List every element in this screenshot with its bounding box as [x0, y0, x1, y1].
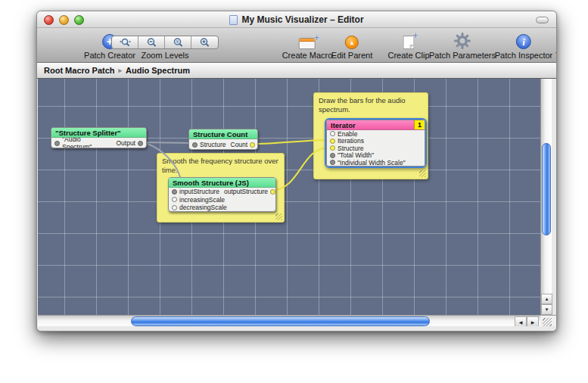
scroll-down-button[interactable]: ▼ [541, 304, 552, 315]
patch-parameters-button[interactable]: Patch Parameters [429, 29, 496, 62]
wire-splitter-to-count[interactable] [142, 142, 194, 143]
output-port[interactable] [270, 189, 275, 195]
node-smooth-structure[interactable]: Smooth Structure (JS) inputStructure out… [168, 177, 276, 212]
zoom-actual-size-icon [120, 37, 131, 48]
input-port[interactable] [172, 205, 177, 210]
zoom-actual-size-button[interactable] [112, 36, 138, 48]
input-port[interactable] [54, 141, 60, 146]
note-smooth-text: Smooth the frequency structure over time… [162, 157, 278, 174]
wires-layer [38, 79, 540, 315]
node-structure-splitter[interactable]: "Structure Splitter" "Audio Spectrum" Ou… [51, 127, 147, 148]
port-label: "Individual Width Scale" [338, 159, 406, 167]
edit-parent-button[interactable]: ▲ Edit Parent [331, 29, 372, 62]
window-title: My Music Visualizer – Editor [241, 14, 363, 25]
port-label: Iterations [338, 137, 364, 145]
node-header[interactable]: "Structure Splitter" [51, 128, 146, 138]
note-iterator-text: Draw the bars for the audio spectrum. [319, 96, 406, 114]
output-port[interactable] [250, 142, 255, 148]
breadcrumb-current[interactable]: Audio Spectrum [126, 66, 190, 75]
zoom-out-icon [146, 37, 157, 48]
port-label: Count [231, 141, 248, 148]
port-label: increasingScale [179, 196, 225, 204]
zoom-fit-icon [173, 37, 184, 48]
input-port[interactable] [192, 142, 198, 148]
input-port[interactable] [330, 160, 335, 165]
patch-inspector-button[interactable]: i Patch Inspector [495, 29, 552, 62]
port-label: "Total Width" [338, 151, 374, 159]
port-label: outputStructure [224, 188, 268, 195]
port-label: Structure [338, 145, 364, 152]
input-port[interactable] [330, 145, 335, 151]
port-label: inputStructure [179, 188, 219, 195]
toolbar: + Patch Creator [37, 28, 556, 63]
breadcrumb-separator-icon: ▸ [119, 67, 123, 74]
input-port[interactable] [330, 139, 335, 144]
iteration-count-badge: 1 [414, 120, 425, 129]
zoom-in-icon [199, 37, 210, 48]
editor-window: My Music Visualizer – Editor + Patch Cre… [36, 11, 557, 332]
node-header[interactable]: Iterator 1 [327, 120, 425, 130]
input-port[interactable] [330, 153, 335, 158]
resize-grip-icon[interactable] [275, 213, 282, 220]
horizontal-scroll-thumb[interactable] [131, 316, 430, 326]
title-bar[interactable]: My Music Visualizer – Editor [37, 11, 556, 28]
zoom-levels-control: Zoom Levels [111, 29, 219, 62]
clip-page-icon: + [403, 36, 415, 49]
create-macro-button[interactable]: + Create Macro [282, 29, 333, 62]
create-clip-button[interactable]: + Create Clip [387, 29, 429, 62]
node-header[interactable]: Structure Count [189, 129, 257, 139]
node-iterator[interactable]: Iterator 1 Enable Iterations Structure [326, 120, 425, 167]
up-triangle-icon: ▲ [345, 36, 359, 49]
macro-window-icon: + [299, 38, 316, 49]
breadcrumb-root[interactable]: Root Macro Patch [44, 66, 115, 75]
document-icon [229, 15, 238, 25]
toolbar-toggle-button[interactable] [536, 17, 549, 23]
viewer-button[interactable]: Viewer [555, 29, 557, 62]
node-header[interactable]: Smooth Structure (JS) [169, 178, 275, 188]
patch-canvas[interactable]: Smooth the frequency structure over time… [38, 79, 540, 315]
scroll-up-button[interactable]: ▲ [541, 294, 552, 304]
input-port[interactable] [172, 189, 177, 195]
resize-grip-icon[interactable] [419, 170, 426, 177]
node-title: Iterator [331, 121, 356, 129]
vertical-scroll-thumb[interactable] [542, 143, 551, 235]
zoom-segmented-control [111, 36, 219, 49]
zoom-fit-button[interactable] [165, 36, 191, 48]
zoom-out-button[interactable] [138, 36, 165, 48]
info-icon: i [516, 34, 531, 49]
window-bottom-frame [37, 326, 556, 331]
gear-icon [454, 33, 471, 49]
input-port[interactable] [172, 197, 177, 202]
output-port[interactable] [138, 141, 143, 146]
port-label: Enable [338, 130, 357, 138]
node-iterator-selection[interactable]: Iterator 1 Enable Iterations Structure [325, 118, 427, 168]
input-port[interactable] [330, 131, 335, 136]
vertical-scrollbar[interactable]: ▲ ▼ [540, 79, 552, 315]
port-label: Structure [200, 141, 226, 148]
node-structure-count[interactable]: Structure Count Structure Count [188, 129, 258, 150]
port-label: Output [116, 139, 135, 147]
zoom-in-button[interactable] [191, 36, 218, 48]
breadcrumb: Root Macro Patch ▸ Audio Spectrum [37, 63, 556, 79]
port-label: decreasingScale [179, 204, 227, 211]
